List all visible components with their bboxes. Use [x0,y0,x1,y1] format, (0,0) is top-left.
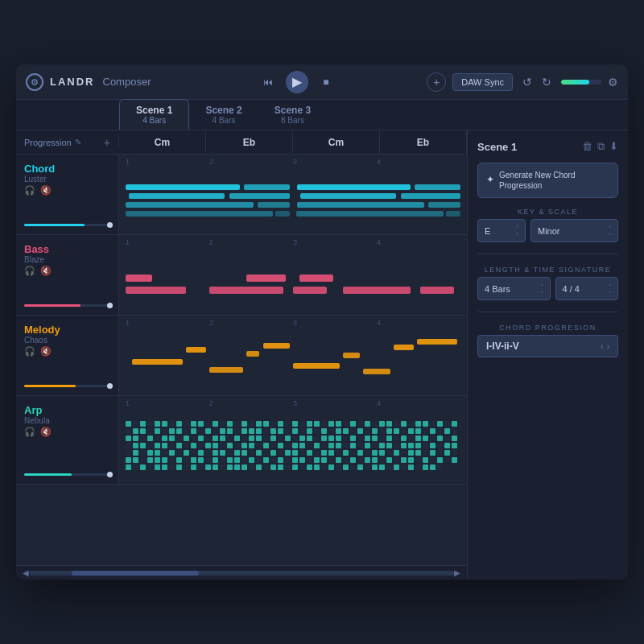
time-sig-arrows[interactable]: ‹ › [609,282,611,295]
arp-track-content[interactable]: 1 2 3 4 [119,396,467,484]
arp-dot [249,428,254,434]
arp-volume-slider[interactable] [24,473,110,476]
melody-track-controls: Melody Chaos 🎧 🔇 [16,316,119,395]
edit-progression-icon[interactable]: ✎ [75,138,81,147]
arp-dot [321,436,327,441]
arp-dot [343,457,349,463]
arp-dot [328,457,334,463]
bass-headphone-icon[interactable]: 🎧 [24,266,35,276]
length-section: LENGTH & TIME SIGNATURE 4 Bars ‹ › 4 / 4… [477,266,618,300]
arp-dot [314,457,320,463]
undo-button[interactable]: ↺ [519,74,535,90]
chord-mute-icon[interactable]: 🔇 [40,185,52,196]
arp-dot [314,436,320,441]
arp-dot [415,428,421,434]
arp-dot [184,464,189,470]
arp-dot [372,443,378,448]
redo-button[interactable]: ↻ [539,74,555,90]
time-sig-right-arrow[interactable]: › [609,289,611,295]
scene-tab-3[interactable]: Scene 3 8 Bars [258,100,327,130]
time-sig-left-arrow[interactable]: ‹ [609,282,611,288]
arp-dot [184,450,189,456]
arp-dot [401,443,407,448]
chord-progression-selector[interactable]: I-IV-ii-V ‹ › [477,335,618,357]
arp-dot [234,457,240,463]
key-left-arrow[interactable]: ‹ [516,224,518,230]
chord-prog-right-arrow[interactable]: › [607,342,609,351]
add-progression-button[interactable]: + [104,136,110,149]
chord-headphone-icon[interactable]: 🎧 [24,185,35,196]
arp-dot [169,421,175,427]
melody-mute-icon[interactable]: 🔇 [40,346,52,357]
scroll-thumb[interactable] [72,571,199,576]
time-sig-selector[interactable]: 4 / 4 ‹ › [555,277,618,300]
scroll-track[interactable] [29,571,454,576]
chord-progression-section: CHORD PROGRESION I-IV-ii-V ‹ › [477,324,618,357]
arp-dot [299,457,305,463]
arp-dot [198,443,204,448]
chord-prog-arrows[interactable]: ‹ › [601,342,609,351]
arp-dot [270,443,276,448]
arp-dot [379,457,385,463]
arp-dot [162,428,167,434]
key-arrows[interactable]: ‹ › [516,224,518,237]
arp-dot [140,464,146,470]
master-volume[interactable] [561,80,601,85]
chord-prog-left-arrow[interactable]: ‹ [601,342,603,351]
arp-mute-icon[interactable]: 🔇 [40,427,52,437]
delete-icon[interactable]: 🗑 [582,140,592,153]
arp-dot [386,428,392,434]
scale-left-arrow[interactable]: ‹ [609,224,611,230]
arp-dot [307,436,312,441]
key-selector[interactable]: E ‹ › [477,219,526,242]
key-right-arrow[interactable]: › [516,231,518,237]
horizontal-scrollbar[interactable]: ◀ ▶ [16,565,467,580]
scale-arrows[interactable]: ‹ › [609,224,611,237]
bass-volume-slider[interactable] [24,304,110,307]
bass-mute-icon[interactable]: 🔇 [40,266,52,276]
sparkle-icon: ✦ [486,174,494,187]
scroll-right-arrow[interactable]: ▶ [454,568,460,577]
scene-tab-1[interactable]: Scene 1 4 Bars [119,99,189,130]
length-left-arrow[interactable]: ‹ [541,282,543,288]
arp-dot [155,450,160,456]
duplicate-icon[interactable]: ⧉ [597,140,605,153]
length-right-arrow[interactable]: › [541,289,543,295]
scroll-left-arrow[interactable]: ◀ [23,568,29,577]
generate-chord-progression-button[interactable]: ✦ Generate New Chord Progression [477,163,618,198]
arp-dot [242,428,247,434]
arp-dot [133,450,138,456]
arp-headphone-icon[interactable]: 🎧 [24,427,35,437]
arp-dot [299,450,305,456]
arp-dot [256,443,262,448]
chord-volume-slider[interactable] [24,224,110,226]
settings-button[interactable]: ⚙ [608,76,618,89]
arp-dot [343,464,349,470]
arp-dot [394,428,399,434]
melody-volume-slider[interactable] [24,385,110,387]
chord-slot-1: Cm [119,130,206,155]
arp-dot [394,421,399,427]
length-arrows[interactable]: ‹ › [541,282,543,295]
arp-dot [452,428,457,434]
arp-dot [423,450,428,456]
scale-right-arrow[interactable]: › [609,231,611,237]
arp-dot [423,421,428,427]
daw-sync-button[interactable]: DAW Sync [452,73,513,91]
chord-track-content[interactable]: 1 2 3 4 [119,155,467,234]
play-button[interactable]: ▶ [286,71,308,93]
length-selector[interactable]: 4 Bars ‹ › [477,277,551,300]
melody-headphone-icon[interactable]: 🎧 [24,346,35,357]
arp-dot [256,436,262,441]
bass-track-content[interactable]: 1 2 3 4 [119,235,467,315]
arp-dot [401,457,407,463]
arp-dot [394,464,399,470]
scale-selector[interactable]: Minor ‹ › [530,219,618,242]
melody-track-content[interactable]: 1 2 3 4 [119,316,467,395]
add-button[interactable]: + [427,72,446,92]
download-icon[interactable]: ⬇ [609,140,618,153]
stop-button[interactable]: ■ [316,72,336,92]
scene-tab-2[interactable]: Scene 2 4 Bars [189,100,258,130]
arp-dot [350,428,356,434]
rewind-button[interactable]: ⏮ [258,72,278,92]
